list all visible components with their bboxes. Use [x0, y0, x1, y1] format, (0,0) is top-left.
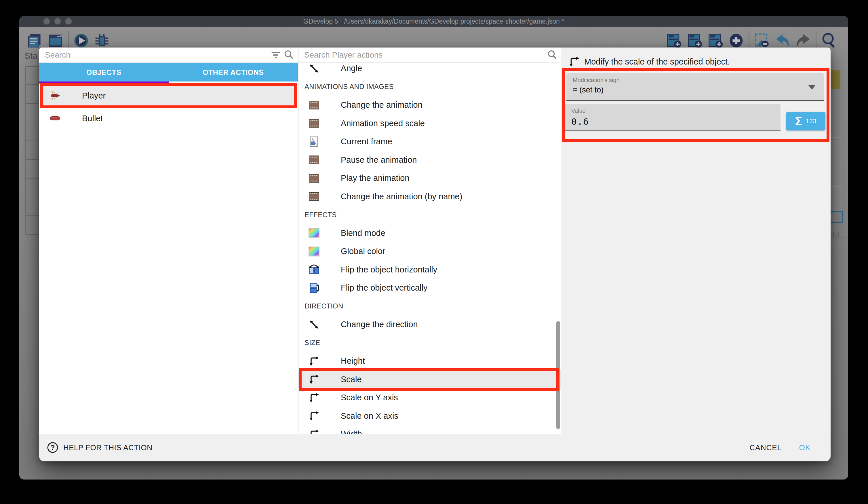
modification-sign-select[interactable]: Modification's sign = (set to): [566, 73, 824, 101]
action-row-change-the-animation-by-name[interactable]: Change the animation (by name): [298, 188, 561, 206]
background-event-cell: [25, 104, 39, 122]
actions-column: Angle ANIMATIONS AND IMAGES Change the a…: [298, 48, 561, 434]
background-event-cell: [25, 160, 39, 179]
background-event-cell: [25, 179, 39, 197]
action-label: Change the animation (by name): [341, 192, 462, 201]
action-row-play-the-animation[interactable]: Play the animation: [298, 169, 561, 188]
actions-scrollbar-thumb[interactable]: [556, 321, 560, 429]
resize-icon: [308, 429, 320, 434]
film-icon: [308, 118, 320, 129]
flip-vertical-icon: [308, 282, 320, 294]
action-row-change-the-animation[interactable]: Change the animation: [298, 96, 561, 114]
gdevelop-window: Sta dd...: [19, 16, 848, 480]
background-empty-action-box: [829, 211, 843, 223]
value-input[interactable]: [571, 117, 767, 127]
action-label: Play the animation: [341, 173, 410, 183]
action-label: Scale on X axis: [341, 411, 398, 421]
search-icon: [546, 48, 559, 62]
action-description: Modify the scale of the specified object…: [584, 57, 730, 67]
film-icon: [308, 154, 320, 165]
action-label: Current frame: [341, 137, 392, 146]
background-event-cell: [25, 216, 39, 235]
toolbar-separator: [816, 31, 816, 50]
frame-icon: [308, 136, 320, 148]
screenshot-stage: Sta dd...: [0, 0, 868, 504]
parameters-column: Modify the scale of the specified object…: [561, 48, 830, 434]
actions-search-row: [298, 48, 561, 63]
action-row-flip-the-object-vertically[interactable]: Flip the object vertically: [298, 279, 561, 297]
action-label: Scale: [341, 375, 362, 384]
action-row-scale-on-x-axis[interactable]: Scale on X axis: [298, 407, 561, 425]
film-icon: [308, 191, 320, 202]
action-row-angle[interactable]: Angle: [298, 63, 561, 78]
close-button[interactable]: [43, 18, 50, 24]
action-group-header: DIRECTION: [298, 297, 561, 316]
zoom-button[interactable]: [65, 18, 72, 24]
background-cell: [830, 138, 842, 162]
help-for-action-button[interactable]: ? HELP FOR THIS ACTION: [46, 442, 153, 454]
edit-action-dialog: OBJECTS OTHER ACTIONS Player Bullet: [39, 48, 830, 461]
background-event-cell: [25, 197, 39, 216]
background-add-action-label: dd...: [829, 230, 847, 241]
action-group-header: ANIMATIONS AND IMAGES: [298, 78, 561, 96]
objects-search-row: [39, 48, 298, 63]
actions-search-input[interactable]: [298, 50, 546, 60]
tab-other-actions[interactable]: OTHER ACTIONS: [169, 63, 298, 81]
blend-icon: [308, 246, 320, 257]
annotation-box-action: [299, 368, 559, 391]
action-row-change-the-direction[interactable]: Change the direction: [298, 315, 561, 334]
action-label: Flip the object horizontally: [341, 265, 437, 274]
action-description-header: Modify the scale of the specified object…: [568, 56, 730, 68]
window-title: GDevelop 5 - /Users/dkarakay/Documents/G…: [303, 18, 564, 26]
project-manager-icon[interactable]: [27, 31, 43, 50]
ok-button[interactable]: OK: [799, 443, 810, 452]
bullet-icon: [50, 113, 61, 124]
action-row-height[interactable]: Height: [298, 352, 561, 370]
cancel-button[interactable]: CANCEL: [750, 443, 782, 452]
action-label: Width: [341, 430, 362, 434]
modification-sign-value: = (set to): [573, 85, 603, 94]
action-label: Global color: [341, 246, 385, 256]
expression-editor-button[interactable]: Σ 123: [786, 112, 825, 130]
action-label: Flip the object vertically: [341, 283, 427, 293]
minimize-button[interactable]: [54, 18, 61, 24]
action-row-blend-mode[interactable]: Blend mode: [298, 224, 561, 242]
action-label: Scale on Y axis: [341, 393, 398, 402]
flip-horizontal-icon: [308, 264, 320, 275]
annotation-box-object: [40, 83, 297, 108]
film-icon: [308, 99, 320, 111]
action-group-header: SIZE: [298, 334, 561, 352]
filter-icon[interactable]: [269, 48, 282, 62]
direction-arrow-icon: [308, 63, 320, 74]
background-cell: [830, 89, 842, 113]
action-row-pause-the-animation[interactable]: Pause the animation: [298, 151, 561, 169]
action-row-flip-the-object-horizontally[interactable]: Flip the object horizontally: [298, 261, 561, 279]
actions-list: Angle ANIMATIONS AND IMAGES Change the a…: [298, 63, 561, 434]
action-label: Blend mode: [341, 228, 385, 238]
action-row-scale-on-y-axis[interactable]: Scale on Y axis: [298, 389, 561, 407]
action-row-scale[interactable]: Scale: [298, 370, 561, 389]
toolbar-separator: [68, 31, 69, 50]
action-row-animation-speed-scale[interactable]: Animation speed scale: [298, 114, 561, 133]
action-row-global-color[interactable]: Global color: [298, 242, 561, 261]
value-field: Value: [565, 104, 781, 131]
resize-icon: [568, 56, 580, 68]
background-event-cell: [25, 85, 39, 104]
object-name: Player: [82, 91, 106, 101]
background-event-cell: [25, 141, 39, 160]
background-event-cell: [25, 122, 39, 141]
sigma-icon: Σ: [795, 115, 802, 127]
background-event-cell: [25, 66, 39, 85]
dialog-footer: ? HELP FOR THIS ACTION CANCEL OK: [39, 434, 830, 461]
expression-button-label: 123: [806, 118, 816, 125]
action-label: Animation speed scale: [341, 119, 425, 128]
resize-icon: [308, 392, 320, 403]
tab-objects[interactable]: OBJECTS: [39, 63, 169, 81]
objects-list: Player Bullet: [39, 83, 298, 434]
object-row-player[interactable]: Player: [41, 85, 296, 106]
action-row-width[interactable]: Width: [298, 425, 561, 434]
action-row-current-frame[interactable]: Current frame: [298, 132, 561, 151]
objects-search-input[interactable]: [39, 50, 269, 60]
background-highlighted-cell: [830, 70, 840, 89]
object-row-bullet[interactable]: Bullet: [41, 108, 296, 129]
